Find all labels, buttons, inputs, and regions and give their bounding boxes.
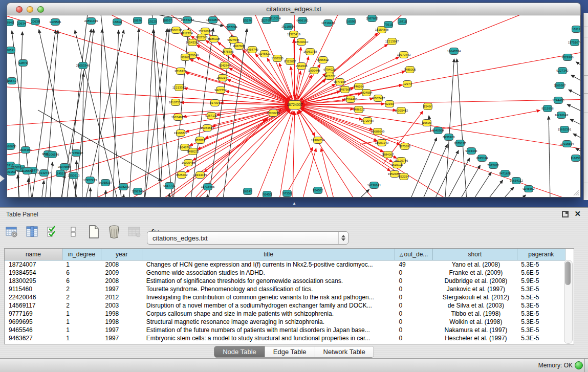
graph-node[interactable]: 15751074 (568, 39, 580, 46)
graph-node[interactable]: 16958107 (99, 180, 113, 186)
create-column-button[interactable] (86, 224, 101, 239)
table-row[interactable]: 911546021997Tourette syndrome. Phenomeno… (5, 285, 565, 293)
graph-node[interactable]: 15460 (424, 103, 433, 110)
graph-node[interactable]: 9227342 (556, 68, 569, 74)
graph-node[interactable]: 16210643 (555, 112, 569, 119)
graph-node[interactable]: 17957223 (83, 177, 97, 184)
table-row[interactable]: 1938455462009Genome-wide association stu… (5, 269, 565, 277)
graph-node[interactable]: 12213382 (172, 84, 186, 91)
graph-node[interactable]: 20564486 (344, 96, 358, 103)
table-row[interactable]: 2242004622012Investigating the contribut… (5, 293, 565, 301)
graph-node[interactable]: 11325419 (287, 31, 301, 38)
graph-node[interactable]: 15226058 (199, 28, 212, 35)
table-row[interactable]: 946554611997Estimation of the future num… (5, 326, 565, 334)
graph-node[interactable]: 14136141 (367, 182, 381, 189)
graph-node[interactable]: 15276 (244, 17, 253, 24)
graph-node[interactable]: 20053346 (76, 62, 90, 69)
graph-node[interactable]: 1115682 (21, 168, 33, 174)
column-header-title[interactable]: title (142, 249, 395, 260)
graph-node[interactable]: 92450 (263, 191, 272, 198)
graph-node[interactable]: 19166827 (174, 130, 188, 137)
graph-node[interactable]: 1990448 (308, 68, 320, 74)
graph-node[interactable]: 1588520 (271, 55, 284, 62)
row-tools-button[interactable] (66, 224, 81, 239)
graph-node[interactable]: 79515 (384, 21, 394, 28)
graph-node[interactable]: 9657771 (163, 183, 176, 189)
graph-node[interactable]: 2687682 (366, 15, 378, 22)
graph-node[interactable]: 6466161 (296, 17, 309, 24)
graph-node[interactable]: 10719185 (321, 20, 335, 27)
memory-ok-indicator[interactable] (575, 361, 583, 369)
graph-node[interactable]: 88961 (181, 54, 190, 61)
graph-node[interactable]: 16595 (347, 18, 356, 25)
graph-node[interactable]: 1292346 (132, 188, 144, 195)
table-row[interactable]: 1872400712008Changes of HCN gene express… (5, 260, 565, 269)
graph-node[interactable]: 16033809 (206, 17, 220, 24)
graph-node[interactable]: 1678273 (117, 184, 129, 190)
graph-node[interactable]: 62160 (385, 101, 395, 107)
graph-node[interactable]: 13142737 (37, 170, 51, 177)
graph-node[interactable]: 9827546 (227, 37, 239, 43)
graph-node[interactable]: 12977 (403, 81, 412, 87)
graph-node[interactable]: 7485006 (404, 67, 416, 73)
graph-node[interactable]: 19225 (148, 18, 158, 25)
graph-node[interactable]: 20634 (17, 20, 27, 27)
graph-node[interactable]: 5421022 (323, 73, 336, 80)
graph-node[interactable]: 10653287 (181, 17, 194, 24)
tab-edge-table[interactable]: Edge Table (265, 346, 315, 357)
graph-node[interactable]: 15692391 (558, 126, 572, 133)
graph-node[interactable]: 887832 (195, 137, 206, 144)
window-titlebar[interactable]: citations_edges.txt (7, 3, 581, 15)
graph-node[interactable]: 18945 (7, 19, 14, 26)
network-graph[interactable]: 1872400786601288912954152260589827503165… (7, 15, 580, 197)
table-row[interactable]: 1830029562008Estimation of significance … (5, 277, 565, 285)
select-functions-button[interactable] (45, 224, 60, 239)
graph-node[interactable]: 8186328 (208, 36, 220, 42)
float-panel-icon[interactable] (562, 211, 569, 217)
graph-node[interactable]: 9242843 (219, 62, 231, 69)
table-selector[interactable]: citations_edges.txt (147, 231, 349, 245)
graph-node[interactable]: 7955812 (317, 57, 329, 63)
graph-node[interactable]: 9474444 (465, 148, 477, 155)
graph-node[interactable]: 19695 (423, 120, 432, 126)
graph-node[interactable]: 3884067 (382, 151, 394, 158)
graph-node[interactable]: 9146821 (258, 51, 271, 57)
graph-node[interactable]: 18112 (572, 26, 581, 33)
graph-node[interactable]: 12871 (19, 60, 28, 67)
graph-node[interactable]: 252254 (399, 173, 409, 180)
graph-node[interactable]: 10688609 (371, 128, 385, 135)
close-panel-icon[interactable]: ✕ (574, 210, 581, 218)
graph-node[interactable]: 6679197 (454, 140, 466, 147)
table-scrollbar[interactable] (564, 260, 573, 344)
graph-node[interactable]: 9245652 (522, 186, 535, 192)
graph-node[interactable]: 917004 (210, 100, 221, 106)
graph-node[interactable]: 746266 (354, 83, 364, 90)
graph-node[interactable]: 3824554 (360, 90, 373, 96)
graph-node[interactable]: 8215958 (541, 105, 554, 112)
table-row[interactable]: 969969511998Structural magnetic resonanc… (5, 318, 565, 326)
table-settings-button[interactable] (4, 224, 19, 239)
column-header-short[interactable]: short (433, 249, 517, 260)
show-columns-button[interactable] (25, 224, 40, 239)
column-header-year[interactable]: year (101, 249, 142, 260)
graph-node[interactable]: 12213987 (385, 38, 399, 45)
graph-node[interactable]: 1350513 (68, 172, 80, 179)
delete-table-button[interactable] (127, 224, 142, 239)
graph-node[interactable]: 1405571 (49, 19, 61, 26)
graph-node[interactable]: 20531 (7, 47, 15, 54)
delete-column-button[interactable] (106, 224, 122, 239)
graph-node[interactable]: 1209387 (554, 82, 566, 89)
graph-node[interactable]: 8471676 (499, 170, 511, 177)
graph-node[interactable]: 16143 (244, 188, 253, 195)
graph-node[interactable]: 7857224 (225, 24, 237, 31)
column-header-in-degree[interactable]: in_degree (62, 249, 101, 260)
graph-node[interactable]: 16842 (113, 19, 122, 26)
graph-node[interactable]: 20638 (31, 18, 40, 25)
column-header-pagerank[interactable]: pagerank (517, 249, 565, 260)
graph-node[interactable]: 18107554 (169, 99, 183, 106)
graph-node[interactable]: 7625402 (176, 172, 188, 179)
graph-node[interactable]: 15720487 (361, 118, 375, 124)
graph-node[interactable]: 16811 (398, 18, 407, 25)
graph-node[interactable]: 1640954 (432, 127, 444, 134)
graph-node[interactable]: 7975692 (399, 143, 411, 150)
